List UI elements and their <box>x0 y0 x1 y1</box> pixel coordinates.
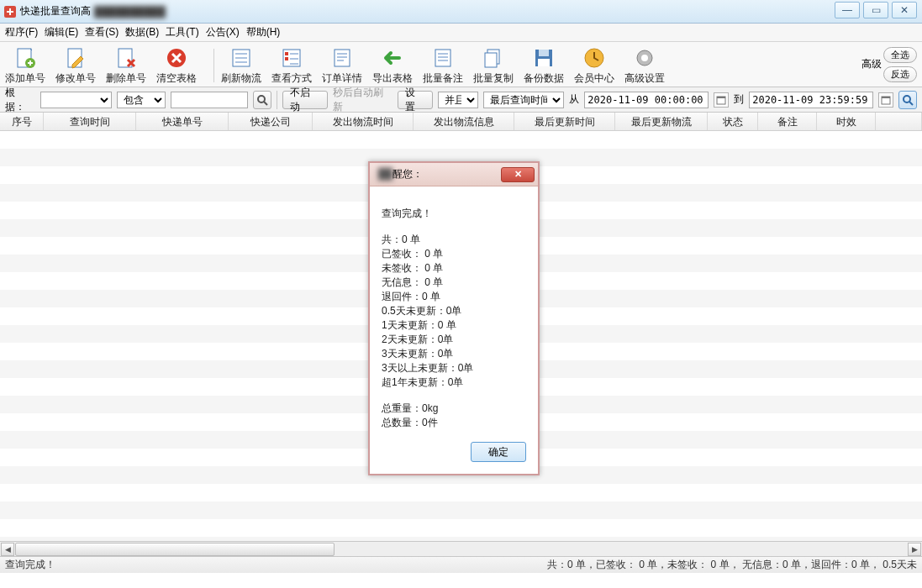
export-table-button[interactable]: 导出表格 <box>372 45 413 86</box>
nostart-button[interactable]: 不启动 <box>282 91 328 109</box>
dialog-titlebar: ██醒您： ✕ <box>370 163 538 186</box>
svg-rect-11 <box>435 50 450 66</box>
menu-program[interactable]: 程序(F) <box>5 25 38 39</box>
doc-plus-icon <box>12 45 39 71</box>
clear-table-button[interactable]: 清空表格 <box>156 45 197 86</box>
operator-select[interactable]: 包含 <box>117 92 166 108</box>
svg-point-19 <box>641 55 648 61</box>
svg-rect-24 <box>882 97 890 98</box>
backup-data-button[interactable]: 备份数据 <box>524 45 564 86</box>
col-timeliness[interactable]: 时效 <box>817 113 876 130</box>
order-details-button[interactable]: 订单详情 <box>322 45 362 86</box>
close-button[interactable]: ✕ <box>892 2 917 18</box>
timefield-select[interactable]: 最后查询时间 <box>483 92 564 108</box>
svg-point-25 <box>904 96 910 102</box>
title-blurred: ██████████ <box>94 6 166 18</box>
dialog-ok-button[interactable]: 确定 <box>471 442 526 462</box>
col-note[interactable]: 备注 <box>758 113 817 130</box>
col-status[interactable]: 状态 <box>708 113 758 130</box>
view-mode-button[interactable]: 查看方式 <box>271 45 312 86</box>
menu-view[interactable]: 查看(S) <box>85 25 119 39</box>
calendar-icon <box>716 95 726 105</box>
col-lastupdate[interactable]: 最后更新时间 <box>514 113 615 130</box>
svg-rect-8 <box>285 52 288 55</box>
svg-rect-13 <box>485 53 497 67</box>
select-all-button[interactable]: 全选 <box>883 47 917 63</box>
maximize-button[interactable]: ▭ <box>863 2 888 18</box>
col-shipinfo[interactable]: 发出物流信息 <box>414 113 514 130</box>
batch-copy-button[interactable]: 批量复制 <box>473 45 514 86</box>
toolbar: 添加单号 修改单号 删除单号 清空表格 刷新物流 查看方式 订单详情 导出表格 … <box>0 42 922 87</box>
filterbar: 根据： 包含 不启动 秒后自动刷新 设置 并且 最后查询时间 从 到 <box>0 87 922 113</box>
edit-order-button[interactable]: 修改单号 <box>55 45 96 86</box>
menu-notice[interactable]: 公告(X) <box>206 25 240 39</box>
from-label: 从 <box>569 92 579 107</box>
list-icon <box>278 45 305 71</box>
horizontal-scrollbar[interactable]: ◀ ▶ <box>0 541 922 556</box>
set-button[interactable]: 设置 <box>398 91 433 109</box>
col-lastlogi[interactable]: 最后更新物流 <box>615 113 708 130</box>
col-index[interactable]: 序号 <box>0 113 44 130</box>
titlebar: 快递批量查询高 ██████████ — ▭ ✕ <box>0 0 922 24</box>
svg-point-20 <box>258 96 265 102</box>
scroll-left-button[interactable]: ◀ <box>1 543 14 556</box>
refresh-logistics-button[interactable]: 刷新物流 <box>221 45 261 86</box>
apply-filter-button[interactable] <box>898 91 917 109</box>
doc-pencil-icon <box>62 45 89 71</box>
invert-selection-button[interactable]: 反选 <box>883 66 917 82</box>
search-icon <box>902 94 914 106</box>
delete-order-button[interactable]: 删除单号 <box>106 45 146 86</box>
minimize-button[interactable]: — <box>835 2 860 18</box>
window-title: 快递批量查询高 <box>20 4 91 18</box>
doc-x-icon <box>113 45 140 71</box>
calendar-to-button[interactable] <box>878 92 893 108</box>
search-icon <box>256 94 268 106</box>
col-trackno[interactable]: 快递单号 <box>136 113 229 130</box>
autorefresh-label: 秒后自动刷新 <box>333 86 393 114</box>
field-select[interactable] <box>40 92 113 108</box>
svg-rect-9 <box>285 57 288 60</box>
value-input[interactable] <box>171 92 248 108</box>
status-left: 查询完成！ <box>5 558 55 572</box>
basis-label: 根据： <box>5 86 35 114</box>
arrow-left-green-icon <box>379 45 406 71</box>
batch-note-button[interactable]: 批量备注 <box>423 45 463 86</box>
list-refresh-icon <box>228 45 255 71</box>
calendar-from-button[interactable] <box>714 92 729 108</box>
floppy-icon <box>530 45 557 71</box>
col-querytime[interactable]: 查询时间 <box>44 113 136 130</box>
copy-icon <box>480 45 507 71</box>
svg-rect-22 <box>717 97 725 98</box>
status-right: 共：0 单，已签收： 0 单，未签收： 0 单， 无信息：0 单，退回件：0 单… <box>547 558 917 572</box>
note-icon <box>429 45 456 71</box>
svg-rect-16 <box>538 59 550 66</box>
and-select[interactable]: 并且 <box>438 92 478 108</box>
dialog-close-button[interactable]: ✕ <box>501 167 535 182</box>
menu-edit[interactable]: 编辑(E) <box>45 25 78 39</box>
gear-icon <box>631 45 658 71</box>
grid-header: 序号 查询时间 快递单号 快递公司 发出物流时间 发出物流信息 最后更新时间 最… <box>0 113 922 131</box>
member-center-button[interactable]: 会员中心 <box>574 45 614 86</box>
menu-data[interactable]: 数据(B) <box>125 25 159 39</box>
red-x-icon <box>163 45 190 71</box>
dialog-body: 查询完成！ 共：0 单 已签收： 0 单 未签收： 0 单 无信息： 0 单 退… <box>370 186 538 442</box>
statusbar: 查询完成！ 共：0 单，已签收： 0 单，未签收： 0 单， 无信息：0 单，退… <box>0 556 922 573</box>
search-button[interactable] <box>253 91 271 109</box>
to-label: 到 <box>734 92 744 107</box>
svg-rect-15 <box>539 50 549 56</box>
menubar: 程序(F) 编辑(E) 查看(S) 数据(B) 工具(T) 公告(X) 帮助(H… <box>0 24 922 42</box>
menu-help[interactable]: 帮助(H) <box>246 25 281 39</box>
calendar-icon <box>881 95 891 105</box>
scroll-thumb[interactable] <box>15 543 335 556</box>
col-shiptime[interactable]: 发出物流时间 <box>313 113 414 130</box>
date-to-input[interactable] <box>749 92 873 108</box>
result-dialog: ██醒您： ✕ 查询完成！ 共：0 单 已签收： 0 单 未签收： 0 单 无信… <box>368 161 540 475</box>
scroll-right-button[interactable]: ▶ <box>908 543 921 556</box>
advanced-settings-button[interactable]: 高级设置 <box>624 45 665 86</box>
date-from-input[interactable] <box>584 92 709 108</box>
col-company[interactable]: 快递公司 <box>229 113 313 130</box>
add-order-button[interactable]: 添加单号 <box>5 45 45 86</box>
clock-coin-icon <box>581 45 608 71</box>
menu-tools[interactable]: 工具(T) <box>166 25 198 39</box>
svg-rect-10 <box>335 50 350 66</box>
